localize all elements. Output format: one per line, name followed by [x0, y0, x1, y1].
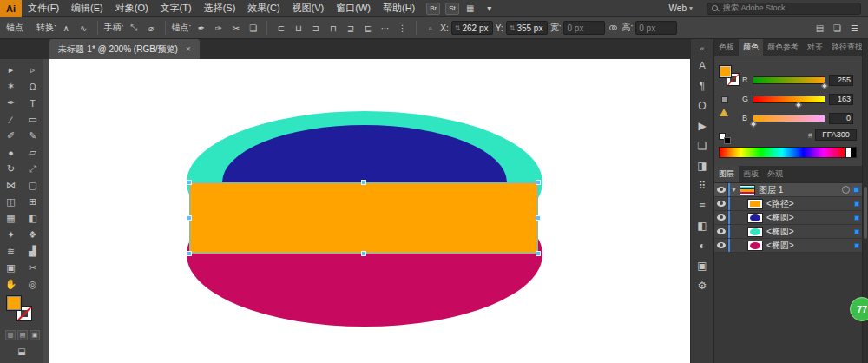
- draw-inside-icon[interactable]: ▣: [30, 330, 40, 340]
- x-position-field[interactable]: ⇅ 262 px: [451, 21, 493, 35]
- connect-path-icon[interactable]: ✑: [211, 21, 226, 36]
- convert-to-corner-icon[interactable]: ∧: [59, 21, 74, 36]
- appearance-panel-icon[interactable]: ◐: [692, 235, 713, 255]
- align-vertical-top-icon[interactable]: ⊓: [326, 21, 340, 36]
- channel-slider-track[interactable]: [753, 96, 825, 103]
- selection-color-square[interactable]: [854, 243, 859, 248]
- slice-tool[interactable]: ✂: [23, 261, 42, 275]
- actions-panel-icon[interactable]: ▶: [692, 116, 713, 135]
- visibility-eye-icon[interactable]: [717, 228, 726, 234]
- symbol-sprayer-tool[interactable]: ≋: [2, 244, 20, 259]
- remove-anchor-icon[interactable]: ✒: [194, 21, 208, 36]
- draw-behind-icon[interactable]: ▤: [17, 330, 28, 340]
- spectrum-black-white-swatch[interactable]: [845, 147, 857, 158]
- eye-cell[interactable]: [714, 239, 728, 252]
- y-position-field[interactable]: ⇅ 355 px: [506, 21, 548, 35]
- stepper-arrows-icon[interactable]: ⇅: [455, 24, 461, 32]
- eye-cell[interactable]: [714, 225, 728, 238]
- control-bar-menu-icon[interactable]: ☰: [847, 21, 862, 36]
- channel-slider-track[interactable]: [753, 115, 825, 122]
- bridge-button[interactable]: Br: [426, 3, 440, 15]
- graph-tool[interactable]: ▟: [23, 244, 42, 259]
- selection-handle-bottom-left[interactable]: [187, 251, 192, 256]
- fill-proxy-swatch[interactable]: [719, 65, 732, 78]
- eye-cell[interactable]: [714, 197, 728, 210]
- blend-tool[interactable]: ❖: [23, 228, 42, 242]
- menu-window[interactable]: 窗口(W): [330, 0, 377, 17]
- expand-panels-icon[interactable]: «: [700, 42, 704, 56]
- scale-tool[interactable]: ⤢: [23, 162, 42, 176]
- workspace-panels-icon[interactable]: ❏: [830, 21, 845, 36]
- layer-row-ellipse-crimson[interactable]: <椭圆>: [714, 239, 862, 253]
- fill-swatch[interactable]: [6, 295, 22, 311]
- channel-value-field[interactable]: 0: [829, 113, 853, 124]
- layer-row-path[interactable]: <路径>: [714, 197, 862, 211]
- gradient-tool[interactable]: ◧: [23, 211, 42, 226]
- settings-gear-icon[interactable]: ⚙: [692, 275, 713, 295]
- channel-value-field[interactable]: 163: [829, 94, 853, 105]
- selection-tool[interactable]: ▸: [2, 63, 20, 77]
- eyedropper-tool[interactable]: ✦: [2, 228, 20, 242]
- color-spectrum-bar[interactable]: [719, 147, 845, 158]
- free-transform-tool[interactable]: ▢: [23, 178, 42, 193]
- pencil-tool[interactable]: ✎: [23, 129, 42, 143]
- artboard-tool[interactable]: ▣: [2, 261, 20, 275]
- selected-orange-rectangle[interactable]: [189, 182, 538, 254]
- direct-selection-tool[interactable]: ▹: [23, 63, 42, 77]
- align-horizontal-right-icon[interactable]: ⊐: [308, 21, 323, 36]
- selection-handle-top-right[interactable]: [536, 180, 541, 185]
- menu-help[interactable]: 帮助(H): [377, 0, 421, 17]
- workspace-switcher[interactable]: Web ▾: [666, 3, 696, 13]
- menu-type[interactable]: 文字(T): [155, 0, 198, 17]
- visibility-eye-icon[interactable]: [717, 242, 726, 248]
- menu-edit[interactable]: 编辑(E): [65, 0, 109, 17]
- menu-view[interactable]: 视图(V): [286, 0, 331, 17]
- blob-brush-tool[interactable]: ●: [2, 145, 20, 160]
- menu-effect[interactable]: 效果(C): [241, 0, 286, 17]
- out-of-gamut-warning-icon[interactable]: [720, 109, 728, 116]
- tab-align[interactable]: 对齐: [803, 39, 827, 56]
- lasso-tool[interactable]: Ω: [23, 79, 42, 94]
- channel-slider-thumb[interactable]: [750, 120, 757, 127]
- menu-object[interactable]: 对象(O): [109, 0, 155, 17]
- reference-point-icon[interactable]: ▫: [423, 21, 437, 36]
- transparency-panel-icon[interactable]: ◨: [692, 155, 713, 175]
- tab-color[interactable]: 颜色: [739, 39, 763, 56]
- stepper-arrows-icon[interactable]: ⇅: [510, 24, 516, 32]
- visibility-eye-icon[interactable]: [717, 201, 726, 207]
- perspective-grid-tool[interactable]: ⊞: [23, 195, 42, 209]
- draw-normal-icon[interactable]: ▥: [5, 330, 16, 340]
- black-swatch[interactable]: [724, 137, 731, 144]
- align-vertical-bottom-icon[interactable]: ⊑: [360, 21, 375, 36]
- convert-to-smooth-icon[interactable]: ∿: [76, 21, 91, 36]
- channel-slider-thumb[interactable]: [821, 82, 828, 89]
- layout-toggle-icon[interactable]: ▦: [463, 3, 478, 13]
- character-panel-icon[interactable]: A: [692, 56, 713, 76]
- height-field[interactable]: 0 px: [635, 21, 677, 35]
- tab-appearance[interactable]: 外观: [763, 166, 787, 182]
- selection-handle-bottom-middle[interactable]: [361, 251, 366, 256]
- rotate-tool[interactable]: ↻: [2, 162, 20, 176]
- stock-button[interactable]: St: [445, 3, 459, 15]
- layer-row-ellipse-blue[interactable]: <椭圆>: [714, 211, 862, 225]
- line-segment-tool[interactable]: ∕: [2, 112, 20, 127]
- zoom-tool[interactable]: ◎: [23, 277, 42, 292]
- magic-wand-tool[interactable]: ✶: [2, 79, 20, 94]
- constrain-proportions-icon[interactable]: [609, 25, 617, 30]
- selection-color-square[interactable]: [853, 187, 859, 193]
- hex-value-field[interactable]: FFA300: [815, 129, 857, 141]
- symbols-panel-icon[interactable]: ⠿: [692, 175, 713, 195]
- close-icon[interactable]: ×: [186, 44, 191, 54]
- align-horizontal-center-icon[interactable]: ⊔: [291, 21, 306, 36]
- show-handles-icon[interactable]: ⤡: [127, 21, 141, 36]
- gradient-panel-icon[interactable]: ◧: [692, 215, 713, 235]
- visibility-eye-icon[interactable]: [717, 187, 726, 193]
- eye-cell[interactable]: [714, 211, 728, 224]
- mesh-tool[interactable]: ▦: [2, 211, 20, 226]
- menu-file[interactable]: 文件(F): [22, 0, 65, 17]
- graphic-styles-panel-icon[interactable]: ▣: [692, 255, 713, 275]
- width-tool[interactable]: ⋈: [2, 178, 20, 193]
- paragraph-panel-icon[interactable]: ¶: [692, 76, 713, 96]
- selection-color-square[interactable]: [854, 201, 859, 207]
- selection-handle-middle-right[interactable]: [536, 215, 541, 221]
